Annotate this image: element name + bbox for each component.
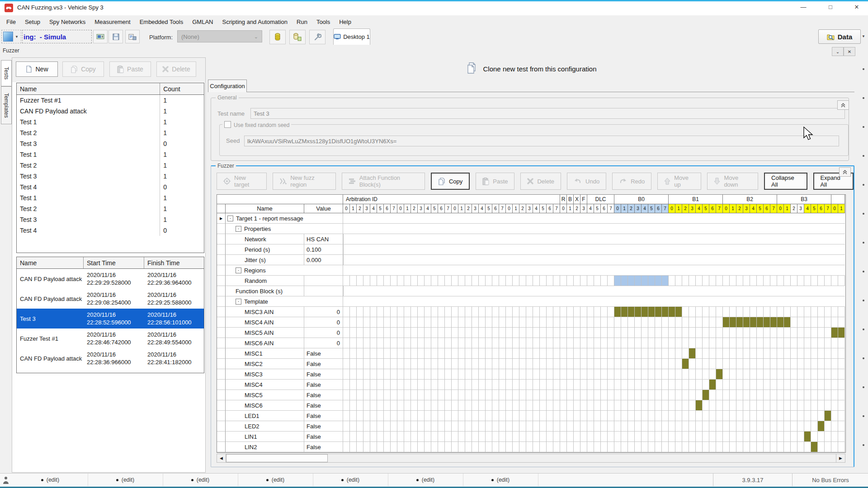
side-tab-templates[interactable]: Templates — [1, 86, 12, 124]
bit-cell[interactable] — [648, 390, 655, 400]
bit-cell[interactable] — [621, 380, 628, 390]
bit-cell[interactable] — [838, 390, 845, 400]
bit-cell[interactable] — [838, 411, 845, 421]
bit-cell[interactable] — [601, 317, 608, 328]
bit-cell[interactable] — [757, 328, 764, 338]
bit-cell[interactable] — [404, 369, 411, 380]
bit-cell[interactable] — [743, 411, 750, 421]
bit-cell[interactable] — [533, 400, 540, 411]
bit-header[interactable]: 3 — [797, 204, 804, 213]
bit-cell[interactable] — [492, 307, 499, 317]
bit-cell[interactable] — [519, 348, 526, 359]
bit-cell[interactable] — [642, 276, 648, 286]
bit-cell[interactable] — [404, 307, 411, 317]
bit-cell[interactable] — [574, 338, 580, 348]
bit-cell[interactable] — [472, 400, 479, 411]
bit-cell[interactable] — [818, 338, 825, 348]
bit-cell[interactable] — [479, 390, 486, 400]
bit-cell[interactable] — [777, 348, 784, 359]
bit-cell[interactable] — [764, 359, 770, 369]
bit-cell[interactable] — [614, 421, 621, 432]
bit-cell[interactable] — [791, 328, 797, 338]
bit-cell[interactable] — [370, 442, 377, 452]
bit-cell[interactable] — [723, 317, 730, 328]
grid-row-misc5[interactable]: MISC5False — [217, 390, 845, 400]
bit-cell[interactable] — [655, 338, 662, 348]
bit-cell[interactable] — [519, 442, 526, 452]
bit-cell[interactable] — [560, 338, 567, 348]
bit-cell[interactable] — [587, 432, 594, 442]
table-row[interactable]: Test 11 — [17, 192, 204, 203]
bit-cell[interactable] — [594, 390, 601, 400]
bit-cell[interactable] — [818, 317, 825, 328]
bit-cell[interactable] — [445, 432, 452, 442]
bit-cell[interactable] — [757, 307, 764, 317]
bit-cell[interactable] — [418, 380, 425, 390]
bit-cell[interactable] — [736, 348, 743, 359]
dock-marker[interactable] — [863, 126, 864, 128]
bit-cell[interactable] — [357, 317, 363, 328]
table-row[interactable]: Test 40 — [17, 225, 204, 236]
bit-cell[interactable] — [655, 390, 662, 400]
bit-cell[interactable] — [811, 307, 818, 317]
bit-cell[interactable] — [648, 411, 655, 421]
platform-dropdown[interactable]: (None) ⌄ — [177, 30, 262, 42]
menu-item-tools[interactable]: Tools — [312, 17, 335, 27]
bit-cell[interactable] — [404, 442, 411, 452]
bit-cell[interactable] — [343, 307, 350, 317]
bit-cell[interactable] — [506, 369, 513, 380]
bit-cell[interactable] — [486, 359, 492, 369]
bit-cell[interactable] — [811, 421, 818, 432]
column-header-name[interactable]: Name — [17, 257, 84, 268]
bit-cell[interactable] — [696, 411, 703, 421]
bit-cell[interactable] — [479, 307, 486, 317]
bit-cell[interactable] — [574, 400, 580, 411]
row-value[interactable] — [304, 276, 343, 286]
bit-cell[interactable] — [689, 369, 696, 380]
bit-cell[interactable] — [784, 432, 791, 442]
bit-cell[interactable] — [696, 432, 703, 442]
bit-cell[interactable] — [404, 432, 411, 442]
bit-cell[interactable] — [777, 411, 784, 421]
bit-cell[interactable] — [723, 338, 730, 348]
bit-cell[interactable] — [411, 442, 418, 452]
bit-cell[interactable] — [445, 276, 452, 286]
bit-cell[interactable] — [621, 338, 628, 348]
panel-close-button[interactable]: ✕ — [844, 47, 855, 56]
bit-cell[interactable] — [587, 421, 594, 432]
bit-cell[interactable] — [818, 432, 825, 442]
bit-cell[interactable] — [777, 307, 784, 317]
bit-cell[interactable] — [506, 328, 513, 338]
bit-cell[interactable] — [736, 442, 743, 452]
bit-cell[interactable] — [797, 411, 804, 421]
bit-header[interactable]: 5 — [648, 204, 655, 213]
bit-cell[interactable] — [682, 338, 689, 348]
bit-cell[interactable] — [391, 432, 397, 442]
bit-cell[interactable] — [770, 421, 777, 432]
bit-header[interactable]: 5 — [703, 204, 709, 213]
bit-cell[interactable] — [594, 400, 601, 411]
bit-cell[interactable] — [648, 317, 655, 328]
bit-cell[interactable] — [587, 276, 594, 286]
bit-cell[interactable] — [547, 432, 553, 442]
bit-cell[interactable] — [642, 348, 648, 359]
bit-header[interactable]: 6 — [547, 204, 553, 213]
bit-cell[interactable] — [445, 317, 452, 328]
bit-cell[interactable] — [445, 338, 452, 348]
grid-row-misc4[interactable]: MISC4False — [217, 380, 845, 390]
bit-cell[interactable] — [492, 328, 499, 338]
bit-cell[interactable] — [594, 276, 601, 286]
copy-button[interactable]: Copy — [62, 61, 104, 77]
bit-cell[interactable] — [703, 317, 709, 328]
dock-marker[interactable] — [863, 386, 864, 388]
bit-cell[interactable] — [499, 411, 506, 421]
bit-cell[interactable] — [750, 380, 757, 390]
bit-cell[interactable] — [445, 390, 452, 400]
bit-cell[interactable] — [553, 442, 560, 452]
bit-cell[interactable] — [764, 369, 770, 380]
bit-cell[interactable] — [655, 369, 662, 380]
run-row[interactable]: CAN FD Payload attack2020/11/16 22:28:36… — [17, 348, 204, 368]
bit-cell[interactable] — [804, 338, 811, 348]
bit-cell[interactable] — [377, 348, 384, 359]
bit-cell[interactable] — [811, 380, 818, 390]
